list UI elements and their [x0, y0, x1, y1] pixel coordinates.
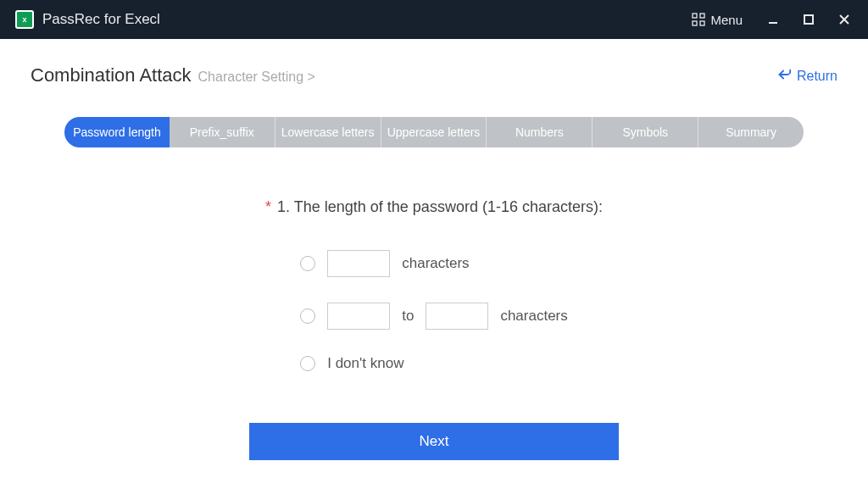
range-from-input[interactable] — [327, 303, 390, 330]
svg-rect-1 — [700, 14, 704, 18]
radio-unknown[interactable] — [300, 356, 315, 371]
return-label: Return — [797, 69, 837, 84]
next-button[interactable]: Next — [249, 423, 619, 460]
exact-label: characters — [402, 255, 469, 272]
app-title: PassRec for Execl — [42, 11, 160, 28]
question-text: 1. The length of the password (1-16 char… — [277, 198, 603, 215]
option-range: to characters — [300, 303, 568, 330]
required-indicator: * — [265, 198, 271, 215]
breadcrumb[interactable]: Character Setting > — [198, 69, 315, 85]
tab-password-length[interactable]: Password length — [64, 117, 170, 147]
header-row: Combination Attack Character Setting > R… — [31, 64, 837, 86]
options: characters to characters I don't know — [300, 250, 568, 372]
tab-lowercase-letters[interactable]: Lowercase letters — [275, 117, 381, 147]
svg-rect-5 — [804, 15, 813, 24]
return-icon — [776, 68, 792, 85]
tab-numbers[interactable]: Numbers — [487, 117, 593, 147]
return-link[interactable]: Return — [776, 68, 837, 85]
minimize-button[interactable] — [765, 11, 782, 28]
content: Combination Attack Character Setting > R… — [0, 39, 868, 460]
radio-range[interactable] — [300, 308, 315, 324]
svg-rect-3 — [700, 21, 704, 25]
question-label: * 1. The length of the password (1-16 ch… — [265, 198, 603, 216]
option-unknown: I don't know — [300, 355, 568, 372]
option-exact: characters — [300, 250, 568, 277]
svg-rect-2 — [693, 21, 697, 25]
menu-label: Menu — [710, 13, 743, 27]
page-title: Combination Attack — [31, 64, 192, 86]
app-icon: x — [15, 10, 34, 29]
window-controls — [765, 11, 853, 28]
unknown-label: I don't know — [327, 355, 403, 372]
grid-icon — [692, 13, 705, 26]
app-icon-glyph: x — [22, 15, 26, 24]
maximize-button[interactable] — [800, 11, 817, 28]
range-between-label: to — [402, 308, 414, 325]
tabs: Password length Prefix_suffix Lowercase … — [31, 117, 837, 147]
svg-rect-0 — [693, 14, 697, 18]
titlebar-left: x PassRec for Execl — [15, 10, 160, 29]
tab-summary[interactable]: Summary — [698, 117, 804, 147]
tab-symbols[interactable]: Symbols — [593, 117, 698, 147]
tab-prefix-suffix[interactable]: Prefix_suffix — [170, 117, 275, 147]
range-label: characters — [500, 308, 567, 325]
header-left: Combination Attack Character Setting > — [31, 64, 315, 86]
form-area: * 1. The length of the password (1-16 ch… — [31, 198, 837, 460]
titlebar: x PassRec for Execl Menu — [0, 0, 868, 39]
menu-button[interactable]: Menu — [692, 13, 743, 27]
tab-uppercase-letters[interactable]: Uppercase letters — [381, 117, 487, 147]
radio-exact[interactable] — [300, 256, 315, 271]
titlebar-right: Menu — [692, 11, 853, 28]
range-to-input[interactable] — [426, 303, 488, 330]
exact-length-input[interactable] — [327, 250, 390, 277]
close-button[interactable] — [836, 11, 853, 28]
